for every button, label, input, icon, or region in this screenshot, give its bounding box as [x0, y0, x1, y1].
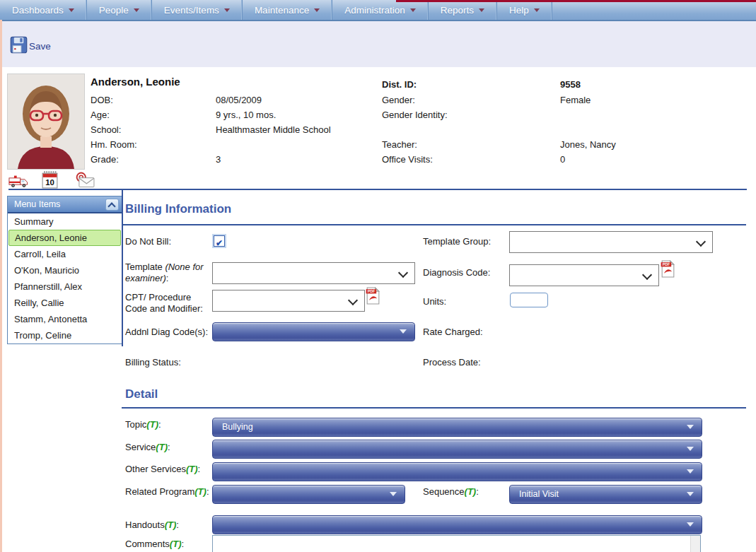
topic-value: Bullying — [222, 418, 253, 436]
pdf-icon[interactable]: PDF — [661, 260, 675, 281]
nav-label: Maintenance — [255, 5, 309, 16]
caret-down-icon — [400, 329, 407, 334]
student-photo — [7, 74, 85, 170]
addnl-diag-dropdown[interactable] — [212, 322, 415, 341]
template-select[interactable] — [212, 262, 415, 284]
dob-label: DOB: — [91, 94, 113, 106]
pdf-icon[interactable]: PDF — [366, 287, 380, 307]
service-dropdown[interactable] — [212, 440, 702, 459]
chevron-down-icon — [696, 237, 706, 247]
caret-down-icon — [479, 8, 484, 12]
top-accent-strip — [396, 0, 756, 2]
save-button[interactable]: Save — [9, 35, 51, 54]
nav-label: Events/Items — [164, 5, 219, 16]
diagnosis-code-select[interactable] — [509, 264, 659, 286]
header-divider — [8, 189, 747, 190]
scrollbar[interactable] — [690, 536, 700, 552]
service-label: Service(T): — [125, 441, 170, 453]
template-group-select[interactable] — [509, 231, 713, 253]
nav-item-maintenance[interactable]: Maintenance — [243, 0, 332, 20]
caret-down-icon — [69, 8, 74, 12]
gender-value: Female — [560, 94, 591, 106]
nav-label: Dashboards — [12, 5, 64, 16]
nav-label: People — [99, 5, 129, 16]
comments-label: Comments(T): — [125, 538, 184, 550]
handouts-label: Handouts(T): — [125, 519, 179, 531]
nav-label: Reports — [441, 5, 474, 16]
nav-item-help[interactable]: Help — [497, 0, 552, 20]
caret-down-icon — [687, 425, 694, 429]
sidebar-collapse-button[interactable] — [105, 199, 119, 211]
hm-room-label: Hm. Room: — [91, 139, 137, 151]
diagnosis-code-label: Diagnosis Code: — [423, 266, 490, 278]
template-label: Template (None for examiner): — [125, 262, 210, 284]
student-name: Anderson, Leonie — [91, 76, 180, 88]
svg-text:PDF: PDF — [368, 289, 375, 293]
caret-down-icon — [687, 469, 694, 474]
email-icon[interactable] — [74, 172, 96, 191]
sidebar-item-anderson-leonie[interactable]: Anderson, Leonie — [8, 230, 121, 246]
sidebar-item-stamm-antonetta[interactable]: Stamm, Antonetta — [8, 311, 122, 327]
save-icon — [9, 35, 28, 54]
dist-id-value: 9558 — [560, 78, 581, 90]
sidebar-title: Menu Items — [14, 199, 60, 209]
caret-down-icon — [314, 8, 320, 12]
cpt-code-select[interactable] — [212, 290, 365, 312]
caret-down-icon — [534, 8, 540, 12]
dob-value: 08/05/2009 — [216, 94, 262, 106]
caret-down-icon — [134, 8, 139, 12]
caret-down-icon — [687, 492, 694, 496]
calendar-day-number: 10 — [45, 178, 54, 187]
caret-down-icon — [224, 8, 230, 12]
save-label: Save — [29, 41, 51, 52]
do-not-bill-checkbox[interactable]: ✔ — [214, 235, 225, 247]
dist-id-label: Dist. ID: — [382, 78, 417, 90]
comments-textarea[interactable] — [212, 535, 701, 552]
sequence-dropdown[interactable]: Initial Visit — [509, 485, 702, 504]
nav-item-people[interactable]: People — [87, 0, 152, 20]
related-program-dropdown[interactable] — [212, 485, 405, 504]
age-label: Age: — [91, 109, 110, 121]
grade-label: Grade: — [91, 153, 119, 165]
sidebar-item-summary[interactable]: Summary — [8, 213, 122, 230]
billing-section-divider — [122, 224, 746, 225]
sidebar: Menu Items Summary Anderson, Leonie Carr… — [7, 196, 122, 344]
chevron-down-icon — [642, 270, 652, 280]
nav-item-events-items[interactable]: Events/Items — [152, 0, 243, 20]
teacher-value: Jones, Nancy — [560, 139, 616, 151]
topic-label: Topic(T): — [125, 418, 161, 430]
detail-section-title: Detail — [125, 387, 158, 401]
process-date-label: Process Date: — [423, 356, 481, 368]
sidebar-item-carroll-leila[interactable]: Carroll, Leila — [8, 246, 122, 262]
chevron-down-icon — [348, 295, 358, 305]
sidebar-item-okon-mauricio[interactable]: O'Kon, Mauricio — [8, 262, 122, 278]
grade-value: 3 — [216, 153, 221, 165]
sidebar-item-tromp-celine[interactable]: Tromp, Celine — [8, 327, 122, 343]
related-program-label: Related Program(T): — [125, 486, 209, 498]
billing-status-label: Billing Status: — [125, 356, 181, 368]
caret-down-icon — [687, 522, 694, 527]
template-group-label: Template Group: — [423, 235, 491, 247]
svg-text:PDF: PDF — [663, 262, 670, 266]
sidebar-item-pfannerstill-alex[interactable]: Pfannerstill, Alex — [8, 278, 122, 295]
school-label: School: — [91, 124, 121, 136]
nav-item-administration[interactable]: Administration — [332, 0, 429, 20]
caret-down-icon — [390, 492, 397, 496]
units-label: Units: — [423, 295, 446, 307]
detail-section-divider — [122, 407, 746, 409]
handouts-dropdown[interactable] — [212, 515, 702, 534]
nav-label: Help — [509, 5, 529, 16]
sidebar-item-reilly-callie[interactable]: Reilly, Callie — [8, 295, 122, 311]
other-services-dropdown[interactable] — [212, 462, 702, 481]
student-photo-image — [8, 74, 84, 169]
gender-identity-label: Gender Identity: — [382, 109, 448, 121]
units-input[interactable] — [510, 293, 548, 307]
age-value: 9 yrs., 10 mos. — [216, 109, 276, 121]
billing-section-title: Billing Information — [125, 202, 231, 216]
chevron-up-icon — [107, 202, 115, 210]
nav-item-dashboards[interactable]: Dashboards — [0, 0, 87, 20]
school-value: Healthmaster Middle School — [216, 124, 331, 136]
topic-dropdown[interactable]: Bullying — [212, 418, 702, 437]
addnl-diag-label: Addnl Diag Code(s): — [125, 326, 208, 338]
nav-item-reports[interactable]: Reports — [429, 0, 497, 20]
